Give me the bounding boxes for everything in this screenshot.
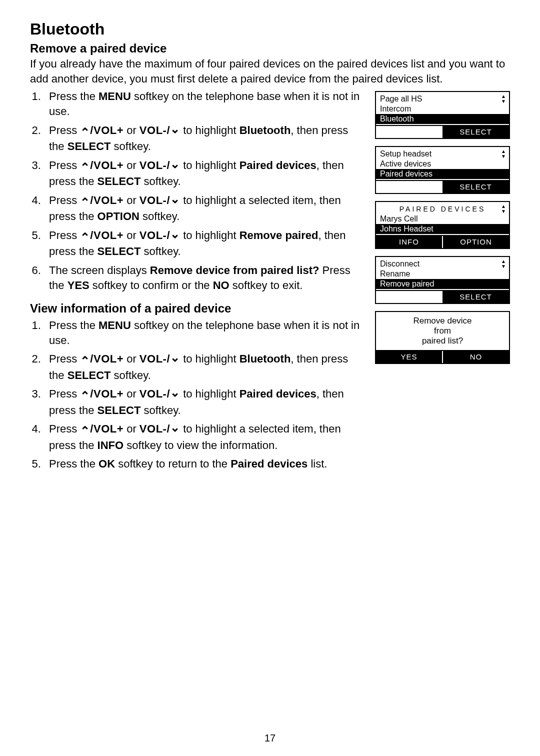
chevron-down-icon — [170, 123, 180, 139]
chevron-down-icon — [170, 352, 180, 368]
list-item: The screen displays Remove device from p… — [44, 263, 366, 292]
menu-row: Rename — [379, 269, 506, 279]
softkey-select: SELECT — [442, 126, 509, 138]
view-steps: Press the MENU softkey on the telephone … — [30, 318, 366, 472]
menu-row: Marys Cell — [379, 214, 506, 224]
screen-options: Disconnect Rename Remove paired SELECT — [375, 256, 510, 304]
page-title: Bluetooth — [30, 20, 510, 38]
chevron-up-icon — [80, 158, 90, 174]
screen-paired-devices: PAIRED DEVICES Marys Cell Johns Headset … — [375, 201, 510, 249]
chevron-up-icon — [80, 228, 90, 244]
softkey-left — [376, 126, 442, 138]
remove-intro: If you already have the maximum of four … — [30, 56, 510, 86]
chevron-down-icon — [170, 193, 180, 209]
list-item: Press the MENU softkey on the telephone … — [44, 89, 366, 118]
softkey-no: NO — [442, 351, 509, 363]
chevron-up-icon — [80, 386, 90, 402]
confirm-text: Remove device from paired list? — [376, 312, 509, 350]
menu-row: Setup headset — [379, 149, 506, 159]
menu-row: Active devices — [379, 159, 506, 169]
list-item: Press /VOL+ or VOL-/ to highlight Remove… — [44, 228, 366, 259]
list-item: Press /VOL+ or VOL-/ to highlight Paired… — [44, 386, 366, 418]
chevron-down-icon — [170, 158, 180, 174]
menu-row: Page all HS — [379, 94, 506, 104]
screen-main-menu: Page all HS Intercom Bluetooth SELECT — [375, 91, 510, 139]
chevron-down-icon — [170, 386, 180, 402]
softkey-select: SELECT — [442, 181, 509, 193]
chevron-down-icon — [170, 228, 180, 244]
list-item: Press the OK softkey to return to the Pa… — [44, 456, 366, 472]
softkey-info: INFO — [376, 236, 442, 248]
menu-row-selected: Remove paired — [376, 279, 509, 289]
screen-title: PAIRED DEVICES — [379, 204, 506, 214]
chevron-up-icon — [80, 123, 90, 139]
list-item: Press /VOL+ or VOL-/ to highlight Blueto… — [44, 123, 366, 154]
page-number: 17 — [0, 732, 540, 744]
menu-row: Intercom — [379, 104, 506, 114]
menu-row: Disconnect — [379, 259, 506, 269]
softkey-option: OPTION — [442, 236, 509, 248]
list-item: Press the MENU softkey on the telephone … — [44, 318, 366, 348]
remove-steps: Press the MENU softkey on the telephone … — [30, 89, 366, 292]
menu-row-selected: Johns Headset — [376, 224, 509, 234]
menu-row-selected: Paired devices — [376, 169, 509, 179]
list-item: Press /VOL+ or VOL-/ to highlight a sele… — [44, 193, 366, 224]
instructions-column: Press the MENU softkey on the telephone … — [30, 88, 366, 480]
list-item: Press /VOL+ or VOL-/ to highlight Paired… — [44, 158, 366, 189]
chevron-up-icon — [80, 352, 90, 368]
scroll-indicator-icon — [501, 149, 506, 159]
softkey-left — [376, 181, 442, 193]
view-heading: View information of a paired device — [30, 300, 366, 316]
softkey-left — [376, 291, 442, 303]
list-item: Press /VOL+ or VOL-/ to highlight Blueto… — [44, 352, 366, 382]
screen-confirm: Remove device from paired list? YES NO — [375, 311, 510, 364]
chevron-up-icon — [80, 422, 90, 438]
remove-heading: Remove a paired device — [30, 42, 510, 56]
scroll-indicator-icon — [501, 94, 506, 104]
screens-column: Page all HS Intercom Bluetooth SELECT Se… — [375, 91, 510, 480]
menu-row-selected: Bluetooth — [376, 114, 509, 124]
list-item: Press /VOL+ or VOL-/ to highlight a sele… — [44, 422, 366, 452]
chevron-up-icon — [80, 193, 90, 209]
softkey-yes: YES — [376, 351, 442, 363]
chevron-down-icon — [170, 422, 180, 438]
scroll-indicator-icon — [501, 204, 506, 214]
softkey-select: SELECT — [442, 291, 509, 303]
scroll-indicator-icon — [501, 259, 506, 269]
manual-page: Bluetooth Remove a paired device If you … — [0, 0, 540, 756]
screen-bluetooth-menu: Setup headset Active devices Paired devi… — [375, 146, 510, 194]
